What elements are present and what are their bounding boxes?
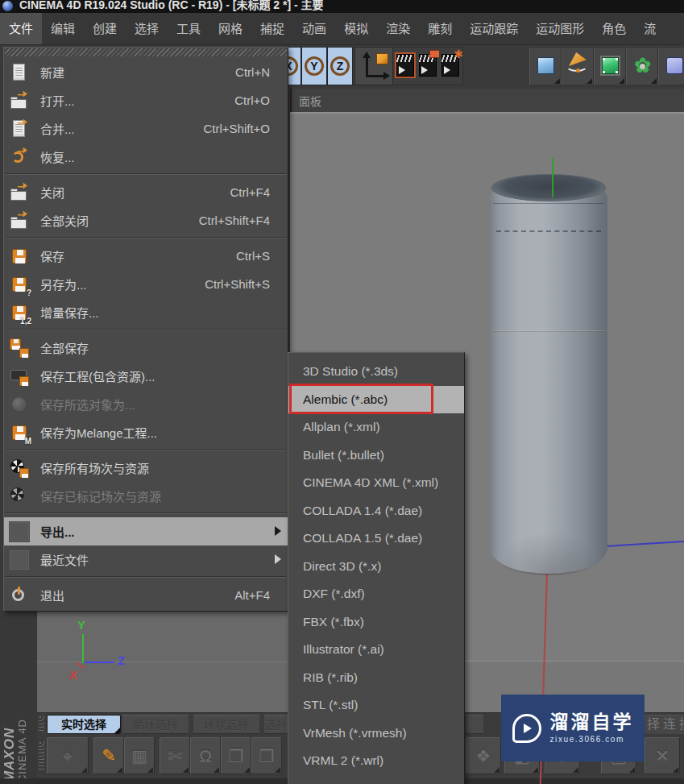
file-menu-item[interactable]: 保存工程(包含资源)... bbox=[4, 362, 288, 390]
file-menu-item[interactable]: 保存所选对象为... bbox=[4, 390, 288, 418]
export-format-item[interactable]: VrMesh (*.vrmesh) bbox=[288, 720, 464, 748]
menubar-item-文件[interactable]: 文件 bbox=[0, 13, 42, 44]
extrude-cube-button[interactable]: ❒ bbox=[221, 737, 251, 774]
export-format-item[interactable]: FBX (*.fbx) bbox=[288, 608, 464, 637]
tab-循环选择[interactable]: 循环选择 bbox=[122, 715, 189, 734]
export-format-item[interactable]: COLLADA 1.4 (*.dae) bbox=[288, 497, 464, 525]
menu-separator bbox=[4, 574, 288, 581]
tab-fragment[interactable] bbox=[466, 715, 483, 734]
drag-handle[interactable] bbox=[39, 741, 44, 772]
menubar-item-渲染[interactable]: 渲染 bbox=[377, 13, 419, 44]
menubar-item-选择[interactable]: 选择 bbox=[126, 13, 168, 44]
bridge-icon: ❖ bbox=[476, 746, 491, 765]
file-menu-item[interactable]: ?另存为...Ctrl+Shift+S bbox=[4, 270, 288, 298]
cube-object-button[interactable] bbox=[529, 47, 562, 85]
export-format-item[interactable]: DXF (*.dxf) bbox=[288, 580, 464, 608]
revert-icon bbox=[12, 151, 23, 163]
play-icon bbox=[399, 66, 405, 74]
file-menu-item[interactable]: 合并...Ctrl+Shift+O bbox=[4, 114, 288, 143]
file-menu-item[interactable]: 全部保存 bbox=[4, 334, 288, 362]
file-menu-item[interactable]: 导出... bbox=[4, 517, 288, 545]
file-menu-shortcut: Ctrl+F4 bbox=[230, 185, 270, 199]
axis-z-lock-button[interactable]: Z bbox=[327, 47, 353, 85]
export-format-item[interactable]: RIB (*.rib) bbox=[288, 664, 464, 692]
file-menu-item[interactable]: 退出Alt+F4 bbox=[4, 581, 288, 609]
menubar-item-网格[interactable]: 网格 bbox=[209, 13, 251, 44]
export-format-item[interactable]: Direct 3D (*.x) bbox=[288, 553, 464, 581]
icon-badge: ? bbox=[27, 288, 31, 297]
export-format-item[interactable]: VRML 2 (*.wrl) bbox=[288, 747, 464, 775]
menubar-item-运动图形[interactable]: 运动图形 bbox=[527, 13, 593, 44]
subdivision-surface-button[interactable] bbox=[594, 47, 626, 85]
file-menu-item[interactable]: 保存已标记场次与资源 bbox=[4, 482, 288, 510]
export-format-item[interactable]: Wavefront OBJ (*.obj) bbox=[288, 775, 464, 784]
export-format-item[interactable]: STL (*.stl) bbox=[288, 691, 464, 720]
magnet-button[interactable]: Ω bbox=[190, 737, 221, 774]
file-menu-item[interactable]: 全部关闭Ctrl+Shift+F4 bbox=[4, 206, 288, 234]
bridge-button[interactable]: ❖ bbox=[466, 737, 501, 774]
export-format-label: Bullet (*.bullet) bbox=[303, 448, 384, 463]
viewport-panel-menu[interactable]: 面板 bbox=[292, 89, 329, 113]
file-menu-item[interactable]: 最近文件 bbox=[4, 545, 288, 574]
grid-array-button[interactable]: ▦ bbox=[124, 737, 155, 774]
file-menu-item[interactable]: 打开...Ctrl+O bbox=[4, 86, 288, 114]
menubar-item-创建[interactable]: 创建 bbox=[84, 13, 126, 44]
axis-y-lock-button[interactable]: Y bbox=[301, 47, 327, 85]
maxon-logo-text: MAXON bbox=[2, 719, 18, 782]
file-menu-item[interactable]: 保存Ctrl+S bbox=[4, 242, 288, 270]
menubar-item-动画[interactable]: 动画 bbox=[293, 13, 335, 44]
spline-pen-button[interactable] bbox=[562, 47, 594, 85]
object-y-axis-line bbox=[552, 157, 553, 197]
menubar-item-运动跟踪[interactable]: 运动跟踪 bbox=[461, 13, 527, 44]
export-format-item[interactable]: Bullet (*.bullet) bbox=[288, 442, 464, 470]
viewport-bottom-left[interactable]: Y Z X bbox=[37, 611, 290, 712]
coordinate-system-button[interactable] bbox=[354, 47, 394, 85]
drag-handle[interactable] bbox=[39, 716, 44, 733]
move-points-button[interactable]: ⌖ bbox=[47, 737, 89, 774]
file-menu-item-label: 导出... bbox=[40, 523, 75, 540]
file-menu-item[interactable]: 恢复... bbox=[4, 143, 288, 171]
menu-tearoff-handle[interactable] bbox=[5, 48, 287, 56]
export-format-label: Direct 3D (*.x) bbox=[303, 559, 381, 574]
bevel-cube-button[interactable]: ❒ bbox=[251, 737, 282, 774]
deformer-button[interactable]: ✿ bbox=[626, 47, 658, 85]
menubar-item-编辑[interactable]: 编辑 bbox=[42, 13, 84, 44]
render-picture-viewer-button[interactable] bbox=[417, 48, 439, 84]
knife-button[interactable]: ✄ bbox=[160, 737, 190, 774]
instance-button[interactable] bbox=[658, 47, 684, 85]
file-menu-shortcut: Ctrl+Shift+O bbox=[203, 122, 270, 135]
menubar-item-雕刻[interactable]: 雕刻 bbox=[419, 13, 461, 44]
export-format-item[interactable]: Illustrator (*.ai) bbox=[288, 636, 464, 664]
split-button[interactable]: ✕ bbox=[645, 737, 680, 774]
menubar-item-流[interactable]: 流 bbox=[635, 13, 665, 44]
bottle-3d-object[interactable] bbox=[490, 179, 607, 574]
export-format-item[interactable]: CINEMA 4D XML (*.xml) bbox=[288, 469, 464, 497]
file-menu-item[interactable]: 关闭Ctrl+F4 bbox=[4, 178, 288, 206]
file-menu-item[interactable]: 1,2增量保存... bbox=[4, 298, 288, 326]
window-title: CINEMA 4D R19.024 Studio (RC - R19) - [未… bbox=[19, 0, 324, 12]
menu-separator bbox=[4, 510, 288, 517]
menubar-item-模拟[interactable]: 模拟 bbox=[335, 13, 377, 44]
render-button-group: ✱ bbox=[392, 47, 463, 85]
tab-环状选择[interactable]: 环状选择 bbox=[193, 715, 259, 734]
export-submenu: 3D Studio (*.3ds)Alembic (*.abc)Allplan … bbox=[288, 352, 465, 784]
menubar-item-工具[interactable]: 工具 bbox=[168, 13, 209, 44]
export-format-item[interactable]: Allplan (*.xml) bbox=[288, 413, 464, 442]
export-format-item[interactable]: COLLADA 1.5 (*.dae) bbox=[288, 525, 464, 553]
file-menu-item[interactable]: M保存为Melange工程... bbox=[4, 418, 288, 446]
tab-实时选择[interactable]: 实时选择 bbox=[47, 715, 121, 734]
file-menu-dropdown: 新建Ctrl+N打开...Ctrl+O合并...Ctrl+Shift+O恢复..… bbox=[3, 47, 288, 612]
file-menu-item[interactable]: 新建Ctrl+N bbox=[4, 58, 288, 86]
split-icon: ✕ bbox=[655, 746, 669, 765]
tab-选择[interactable]: 选择 bbox=[264, 715, 288, 734]
export-format-item[interactable]: 3D Studio (*.3ds) bbox=[288, 358, 464, 386]
merge-document-slot bbox=[9, 118, 30, 139]
polygon-pen-button[interactable]: ✎ bbox=[93, 737, 124, 774]
file-menu-item-label: 保存所有场次与资源 bbox=[40, 459, 149, 476]
file-menu-item[interactable]: 保存所有场次与资源 bbox=[4, 454, 288, 482]
menubar-item-捕捉[interactable]: 捕捉 bbox=[251, 13, 293, 44]
file-menu-shortcut: Ctrl+N bbox=[235, 65, 270, 79]
render-view-button[interactable] bbox=[394, 48, 417, 84]
menubar-item-角色[interactable]: 角色 bbox=[593, 13, 635, 44]
render-settings-button[interactable]: ✱ bbox=[439, 48, 462, 84]
